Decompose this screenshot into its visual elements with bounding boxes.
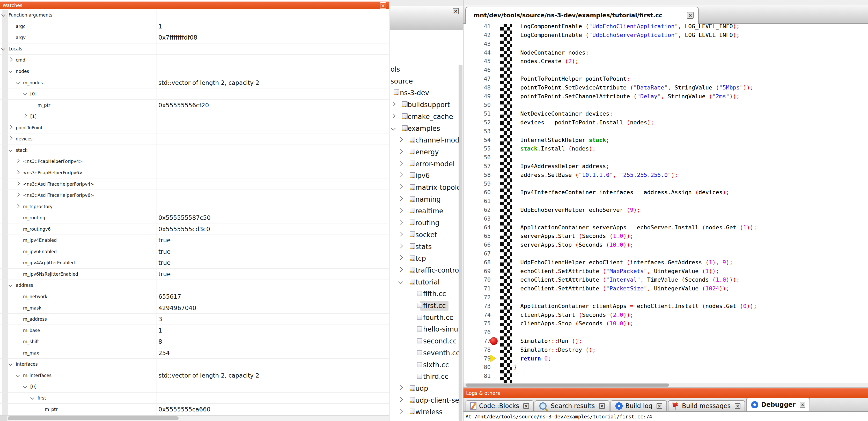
projects-tree-header[interactable]: ×	[390, 6, 463, 30]
close-icon[interactable]: ×	[687, 12, 693, 19]
line-number[interactable]: 70	[469, 276, 491, 284]
line-number[interactable]: 52	[469, 118, 491, 127]
expand-icon[interactable]	[398, 161, 403, 165]
expand-icon[interactable]	[398, 196, 403, 201]
line-number[interactable]: 76	[469, 328, 491, 337]
line-number[interactable]: 51	[469, 109, 491, 118]
tree-item-udp[interactable]: udp	[390, 383, 463, 394]
collapse-icon[interactable]	[23, 92, 27, 96]
watch-row[interactable]: stack	[0, 145, 389, 156]
line-number[interactable]: 65	[469, 232, 491, 240]
line-number[interactable]: 61	[469, 197, 491, 205]
close-icon[interactable]: ×	[523, 403, 529, 409]
code-line[interactable]: address.SetBase ("10.1.1.0", "255.255.25…	[514, 171, 678, 180]
watch-row[interactable]: [1]	[0, 111, 389, 122]
line-number[interactable]: 48	[469, 83, 491, 92]
watch-row[interactable]: m_routingv60x5555555cd3c0	[0, 223, 389, 235]
watch-row[interactable]: [0]	[0, 89, 389, 100]
code-line[interactable]: clientApps.Stop (Seconds (10.0));	[514, 319, 633, 328]
watch-row[interactable]: Locals	[0, 43, 389, 55]
line-number[interactable]: 41	[469, 24, 491, 31]
expand-icon[interactable]	[398, 244, 403, 248]
line-number[interactable]: 62	[469, 205, 491, 215]
watch-row[interactable]: pointToPoint	[0, 122, 389, 134]
watch-row[interactable]: m_tcpFactory	[0, 201, 389, 212]
tree-item-source[interactable]: source	[390, 76, 463, 86]
expand-icon[interactable]	[8, 125, 13, 129]
code-line[interactable]: Simulator::Destroy ();	[514, 346, 596, 354]
scrollbar-thumb[interactable]	[8, 416, 179, 420]
line-number[interactable]: 60	[469, 188, 491, 197]
line-number[interactable]: 68	[469, 258, 491, 267]
line-number[interactable]: 78	[469, 346, 491, 354]
code-line[interactable]: LogComponentEnable ("UdpEchoServerApplic…	[514, 31, 740, 39]
expand-icon[interactable]	[23, 114, 27, 118]
line-number[interactable]: 80	[469, 363, 491, 371]
collapse-icon[interactable]	[8, 148, 13, 152]
watch-row[interactable]: m_ipv4ArpJitterEnabledtrue	[0, 257, 389, 269]
watch-row[interactable]: nodes	[0, 66, 389, 77]
code-editor[interactable]: 41 LogComponentEnable ("UdpEchoClientApp…	[463, 24, 868, 383]
expand-icon[interactable]	[398, 149, 403, 154]
logs-titlebar[interactable]: Logs & others	[464, 388, 868, 398]
code-line[interactable]: echoClient.SetAttribute ("PacketSize", U…	[514, 284, 730, 293]
collapse-icon[interactable]	[23, 385, 27, 389]
collapse-icon[interactable]	[1, 13, 5, 17]
code-line[interactable]: nodes.Create (2);	[514, 57, 579, 66]
code-line[interactable]: Ipv4AddressHelper address;	[514, 162, 610, 171]
expand-icon[interactable]	[398, 397, 403, 402]
watch-row[interactable]: <ns3::AsciiTraceHelperForIpv4>	[0, 179, 389, 190]
watches-horizontal-scrollbar[interactable]	[0, 415, 389, 421]
tree-item-udp-client-ser[interactable]: udp-client-ser	[390, 395, 463, 406]
watch-row[interactable]: m_ipv6Enabledtrue	[0, 246, 389, 258]
logs-tab-search-results[interactable]: Search results×	[535, 400, 609, 411]
collapse-icon[interactable]	[16, 373, 20, 377]
tree-item-traffic-contro[interactable]: traffic-contro	[390, 265, 463, 276]
code-line[interactable]: echoClient.SetAttribute ("Interval", Tim…	[514, 276, 740, 284]
expand-icon[interactable]	[398, 385, 403, 390]
line-number[interactable]: 57	[469, 162, 491, 171]
collapse-icon[interactable]	[8, 283, 13, 287]
code-line[interactable]: }	[514, 363, 517, 371]
line-number[interactable]: 69	[469, 267, 491, 276]
expand-icon[interactable]	[398, 208, 403, 213]
line-number[interactable]: 63	[469, 215, 491, 223]
code-line[interactable]: stack.Install (nodes);	[514, 144, 596, 153]
tree-item-socket[interactable]: socket	[390, 230, 463, 240]
line-number[interactable]: 53	[469, 127, 491, 136]
collapse-icon[interactable]	[391, 126, 396, 130]
expand-icon[interactable]	[398, 220, 403, 224]
expand-icon[interactable]	[391, 102, 396, 106]
watch-row[interactable]: interfaces	[0, 359, 389, 370]
expand-icon[interactable]	[391, 114, 396, 118]
code-line[interactable]: Simulator::Run ();	[514, 337, 582, 346]
line-number[interactable]: 43	[469, 39, 491, 48]
watch-row[interactable]: m_interfacesstd::vector of length 2, cap…	[0, 370, 389, 382]
close-icon[interactable]: ×	[735, 403, 740, 409]
watch-row[interactable]: m_ipv4Enabledtrue	[0, 235, 389, 246]
tree-item-tcp[interactable]: tcp	[390, 253, 463, 263]
watch-row[interactable]: m_network655617	[0, 291, 389, 302]
expand-icon[interactable]	[398, 255, 403, 260]
line-number[interactable]: 42	[469, 31, 491, 39]
tree-item-file-first-cc[interactable]: first.cc	[390, 300, 463, 311]
tree-item-cmake_cache[interactable]: cmake_cache	[390, 111, 463, 122]
line-number[interactable]: 71	[469, 284, 491, 293]
code-line[interactable]: ApplicationContainer clientApps = echoCl…	[514, 302, 757, 311]
code-line[interactable]: NetDeviceContainer devices;	[514, 109, 613, 118]
logs-tab-build-messages[interactable]: Build messages×	[668, 400, 745, 411]
line-number[interactable]: 55	[469, 144, 491, 153]
tree-item-ns-3-dev[interactable]: ns-3-dev	[390, 88, 463, 98]
line-number[interactable]: 49	[469, 92, 491, 101]
tree-vertical-scrollbar[interactable]	[459, 65, 462, 421]
line-number[interactable]: 67	[469, 249, 491, 258]
line-number[interactable]: 74	[469, 311, 491, 319]
editor-marker-margin[interactable]	[500, 24, 512, 383]
tree-item-file-fifth-cc[interactable]: fifth.cc	[390, 289, 463, 299]
close-icon[interactable]: ×	[453, 8, 459, 14]
line-number[interactable]: 75	[469, 319, 491, 328]
logs-tab-debugger[interactable]: Debugger×	[746, 398, 810, 411]
watch-row[interactable]: m_ptr0x55555556cf20	[0, 100, 389, 111]
code-line[interactable]: PointToPointHelper pointToPoint;	[514, 74, 630, 83]
watch-row[interactable]: cmd	[0, 55, 389, 66]
